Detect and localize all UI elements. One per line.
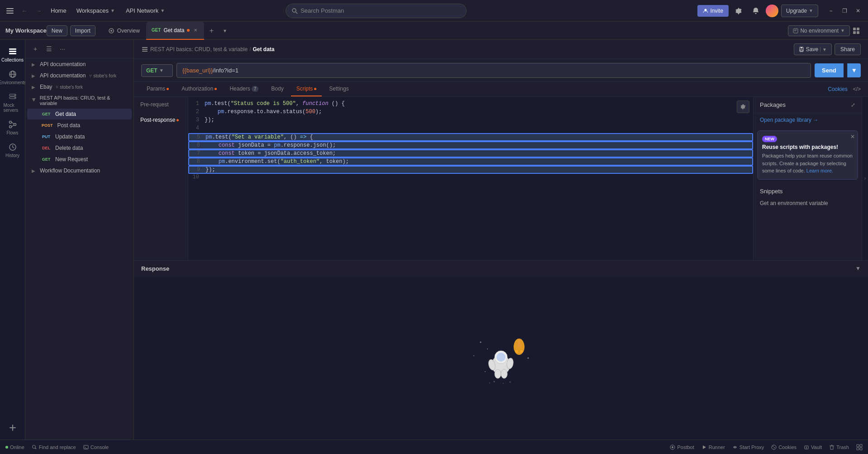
tab-params[interactable]: Params [141,82,174,96]
notification-icon[interactable] [749,4,763,18]
sidebar-item-environments[interactable]: Environments [2,66,24,89]
settings-icon[interactable] [731,4,746,18]
headers-count: 7 [252,86,259,92]
svg-rect-42 [515,350,518,353]
save-icon [799,47,804,52]
panel-toggle[interactable]: › [862,97,868,260]
more-collections-button[interactable]: ··· [57,43,68,54]
sidebar-item-add[interactable] [2,420,24,436]
learn-more-link[interactable]: Learn more. [806,168,833,173]
package-card-close-button[interactable]: ✕ [850,134,855,140]
request-update-data[interactable]: PUT Update data [27,131,132,142]
back-button[interactable]: ← [18,5,31,17]
tab-close-button[interactable]: ✕ [192,27,199,33]
svg-point-51 [480,341,482,343]
cookies-link[interactable]: Cookies [828,86,847,92]
tab-scripts[interactable]: Scripts [291,82,322,96]
console-button[interactable]: Console [83,444,109,450]
code-content[interactable]: 1 pm.test("Status code is 500", function… [188,97,753,260]
menu-icon[interactable] [4,5,16,17]
invite-button[interactable]: Invite [697,5,729,17]
tab-overview[interactable]: Overview [103,22,145,40]
tab-authorization[interactable]: Authorization [176,82,222,96]
send-dropdown-button[interactable]: ▼ [847,63,861,77]
avatar[interactable] [766,5,778,17]
vault-button[interactable]: Vault [804,444,822,450]
collection-api-doc-1[interactable]: ▶ API documentation [27,59,132,70]
svg-point-67 [734,446,735,448]
share-button[interactable]: Share [835,43,861,55]
profile-panel-icon[interactable] [850,24,863,37]
status-bar-right: Postbot Runner Start Proxy Cookies Vault… [670,444,863,450]
top-bar: ← → Home Workspaces ▼ API Network ▼ Sear… [0,0,868,22]
request-new-request[interactable]: GET New Request [27,154,132,165]
code-link[interactable]: </> [853,86,861,92]
upgrade-button[interactable]: Upgrade ▼ [781,5,818,17]
tab-settings[interactable]: Settings [324,82,354,96]
workspace-actions: New Import [47,25,95,36]
send-button[interactable]: Send [815,63,844,77]
code-line-7: 7 const token = jsonData.access_token; [188,149,753,158]
collection-workflow-doc[interactable]: ▶ Workflow Documentation [27,165,132,176]
find-replace-button[interactable]: Find and replace [32,444,76,450]
tab-dropdown-button[interactable]: ▾ [219,24,231,37]
postbot-button[interactable]: Postbot [670,444,694,450]
save-button[interactable]: Save ▼ [794,43,832,55]
pre-request-tab[interactable]: Pre-request [134,97,188,112]
maximize-button[interactable]: ❐ [838,5,851,17]
snippet-item[interactable]: Get an environment variable [754,197,862,209]
chevron-down-icon: ▼ [160,8,165,13]
svg-rect-15 [9,48,16,50]
tab-get-data[interactable]: GET Get data ✕ [146,22,205,40]
chevron-down-icon: ▼ [110,8,115,13]
svg-rect-73 [830,446,833,449]
svg-marker-66 [703,445,706,449]
tab-headers[interactable]: Headers7 [224,82,264,96]
code-line-1: 1 pm.test("Status code is 500", function… [188,100,753,109]
collection-api-doc-2[interactable]: ▶ API documentation ⑂ stobe's fork [27,70,132,81]
add-tab-button[interactable]: + [205,24,218,37]
forward-button[interactable]: → [33,5,45,17]
response-expand-button[interactable]: ▼ [855,265,861,272]
tab-body[interactable]: Body [266,82,289,96]
runner-button[interactable]: Runner [701,444,725,450]
post-response-dot [176,119,179,121]
params-dot [167,88,169,90]
collection-rest-api[interactable]: ▶ REST API basics: CRUD, test & variable [27,93,132,108]
home-link[interactable]: Home [47,5,70,16]
url-input[interactable]: {{base_url}}/info?id=1 [176,63,811,78]
request-post-data[interactable]: POST Post data [27,120,132,131]
environment-selector[interactable]: No environment ▼ [788,25,850,36]
post-response-tab[interactable]: Post-response [134,112,188,128]
request-delete-data[interactable]: DEL Delete data [27,143,132,153]
sidebar-item-history[interactable]: History [2,139,24,162]
breadcrumb-actions: Save ▼ Share [794,43,861,55]
script-sidebar: Pre-request Post-response [134,97,188,260]
minimize-button[interactable]: − [825,5,837,17]
code-settings-button[interactable] [737,100,749,113]
close-button[interactable]: ✕ [852,5,864,17]
search-bar[interactable]: Search Postman [286,4,467,18]
cookies-status-button[interactable]: Cookies [771,444,796,450]
add-collection-button[interactable]: + [30,43,41,54]
open-package-library-link[interactable]: Open package library → [754,113,862,127]
workspaces-menu[interactable]: Workspaces ▼ [72,5,119,16]
request-get-data[interactable]: GET Get data [27,109,132,119]
trash-button[interactable]: Trash [829,444,849,450]
sidebar-item-mock-servers[interactable]: Mock servers [2,89,24,116]
import-button[interactable]: Import [70,25,95,36]
status-online[interactable]: Online [5,444,24,450]
collection-ebay[interactable]: ▶ Ebay ⑂ stobe's fork [27,81,132,92]
start-proxy-button[interactable]: Start Proxy [732,444,764,450]
svg-rect-35 [142,51,148,52]
method-selector[interactable]: GET ▼ [141,64,173,77]
filter-collections-button[interactable]: ☰ [43,43,54,54]
new-button[interactable]: New [47,25,67,36]
overview-icon [108,28,114,34]
api-network-menu[interactable]: API Network ▼ [121,5,169,16]
sidebar-item-collections[interactable]: Collections [2,43,24,66]
resize-button[interactable] [856,444,863,450]
sidebar-item-flows[interactable]: Flows [2,116,24,139]
tab-bar: Overview GET Get data ✕ + ▾ [99,22,788,40]
packages-expand-icon[interactable]: ⤢ [851,102,855,108]
